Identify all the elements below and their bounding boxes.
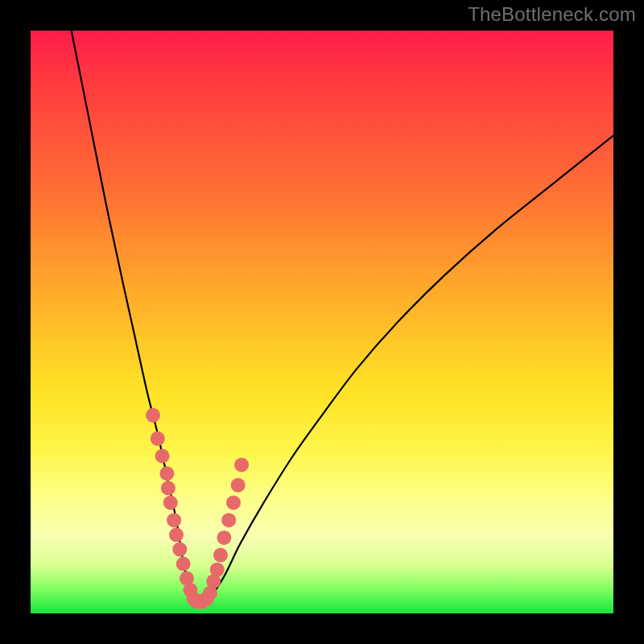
sample-dot: [161, 481, 175, 495]
chart-frame: TheBottleneck.com: [0, 0, 644, 644]
sample-dot: [226, 495, 241, 510]
sample-dot: [155, 449, 170, 464]
plot-area: [31, 31, 613, 613]
sample-dot: [221, 513, 236, 527]
sample-dot: [167, 513, 181, 527]
sample-dot: [159, 466, 174, 481]
sample-dot: [172, 542, 187, 556]
sample-dot: [217, 530, 231, 545]
sample-dot: [213, 548, 228, 563]
sample-dots: [146, 408, 249, 609]
bottleneck-curve: [72, 31, 613, 605]
watermark-text: TheBottleneck.com: [468, 3, 636, 26]
sample-dot: [176, 557, 191, 572]
sample-dot: [210, 563, 225, 577]
sample-dot: [234, 457, 249, 472]
sample-dot: [169, 527, 184, 542]
sample-dot: [146, 408, 160, 423]
curve-svg: [31, 31, 613, 613]
sample-dot: [151, 431, 165, 446]
sample-dot: [231, 478, 246, 493]
sample-dot: [163, 495, 178, 510]
